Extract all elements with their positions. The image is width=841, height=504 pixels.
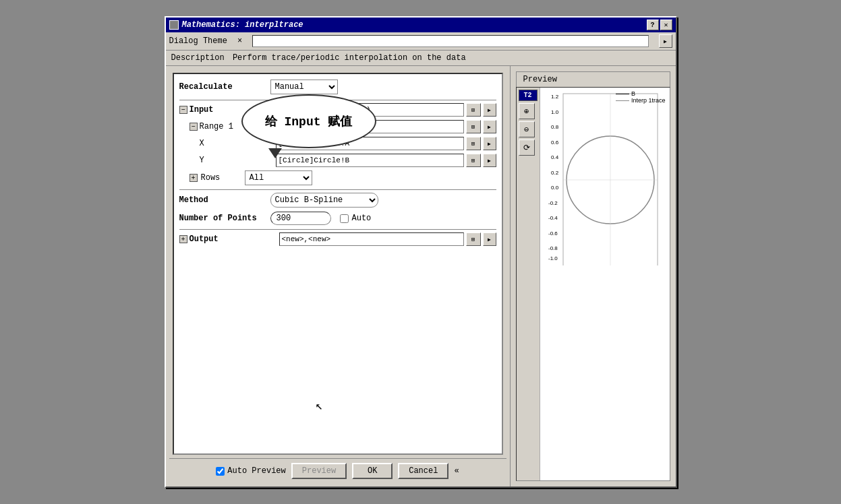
legend-b-label: B: [631, 90, 635, 97]
svg-text:-1.0: -1.0: [548, 255, 558, 261]
auto-preview-row: Auto Preview: [216, 466, 285, 476]
output-field[interactable]: [279, 232, 464, 246]
tooltip-tail: [268, 148, 282, 158]
bottom-bar: Auto Preview Preview OK Cancel «: [169, 458, 506, 483]
y-icon-button[interactable]: ⊞: [466, 154, 481, 167]
svg-text:-0.4: -0.4: [548, 215, 558, 221]
preview-area: T2 ⊕ ⊖ ⟳ B: [516, 87, 670, 481]
zoom-in-button[interactable]: ⊕: [519, 103, 535, 119]
main-window: Mathematics: interpltrace ? ✕ Dialog The…: [165, 16, 677, 488]
description-text: Perform trace/periodic interpolation on …: [233, 53, 466, 63]
window-title: Mathematics: interpltrace: [182, 20, 303, 30]
output-icon-button[interactable]: ⊞: [466, 232, 481, 246]
output-expand-button[interactable]: +: [179, 235, 187, 243]
t2-button[interactable]: T2: [519, 90, 538, 101]
method-label: Method: [179, 195, 267, 205]
menu-bar: Dialog Theme × ▶: [166, 32, 676, 51]
num-points-row: Number of Points Auto: [179, 212, 496, 225]
tab-indicator: ×: [237, 36, 242, 46]
svg-text:0.8: 0.8: [551, 124, 559, 130]
form-area: 给 Input 赋值 Recalculate Manual Auto On Re…: [173, 73, 503, 455]
window-icon: [169, 20, 179, 30]
dialog-theme-label: Dialog Theme: [169, 36, 227, 46]
range1-expand-button[interactable]: −: [190, 123, 198, 131]
recalculate-label: Recalculate: [179, 82, 267, 92]
close-button[interactable]: ✕: [660, 20, 672, 30]
rows-expand-button[interactable]: +: [190, 174, 198, 182]
svg-text:-0.6: -0.6: [548, 230, 558, 237]
svg-text:-0.2: -0.2: [548, 200, 558, 206]
rows-row: + Rows All Selected: [190, 170, 496, 185]
auto-preview-checkbox[interactable]: [216, 467, 225, 476]
chart-legend: B Interp 1trace: [616, 90, 666, 104]
cursor-indicator: ↖: [316, 398, 323, 413]
input-icon-button[interactable]: ⊞: [466, 103, 481, 117]
auto-checkbox[interactable]: [340, 214, 349, 223]
preview-tab[interactable]: Preview: [516, 71, 670, 87]
range1-play-button[interactable]: ▶: [483, 120, 496, 133]
method-select[interactable]: Cubic B-Spline Linear Akima Spline: [270, 193, 378, 208]
svg-text:0.6: 0.6: [551, 139, 559, 146]
range1-icon-button[interactable]: ⊞: [466, 120, 481, 133]
input-expand-button[interactable]: −: [179, 106, 187, 114]
rows-label: Rows: [201, 173, 241, 183]
double-arrow-button[interactable]: «: [454, 466, 459, 476]
rows-select[interactable]: All Selected: [245, 170, 312, 185]
preview-chart: 1.2 1.0 0.8 0.6 0.4 0.2 0.0 -0.2 -0.4 -0…: [543, 90, 664, 265]
num-points-field[interactable]: [270, 212, 331, 225]
x-play-button[interactable]: ▶: [483, 137, 496, 150]
auto-preview-label: Auto Preview: [227, 466, 285, 476]
recalculate-select[interactable]: Manual Auto On Request: [270, 80, 338, 94]
help-button[interactable]: ?: [647, 20, 659, 30]
svg-text:0.0: 0.0: [551, 185, 559, 191]
zoom-out-button[interactable]: ⊖: [519, 121, 535, 137]
svg-text:0.2: 0.2: [551, 170, 559, 176]
svg-text:1.0: 1.0: [551, 109, 559, 115]
svg-text:0.4: 0.4: [551, 154, 559, 160]
legend-interp-label: Interp 1trace: [631, 97, 666, 104]
output-play-button[interactable]: ▶: [483, 232, 496, 246]
refresh-button[interactable]: ⟳: [519, 139, 535, 156]
cancel-button[interactable]: Cancel: [398, 463, 448, 479]
output-label: Output: [190, 234, 277, 244]
tooltip-bubble: 给 Input 赋值: [241, 94, 376, 158]
description-bar: Description Perform trace/periodic inter…: [166, 51, 676, 66]
svg-text:-0.8: -0.8: [548, 245, 558, 251]
y-play-button[interactable]: ▶: [483, 154, 496, 167]
recalculate-row: Recalculate Manual Auto On Request: [179, 80, 496, 94]
right-panel: Preview T2 ⊕ ⊖ ⟳: [511, 66, 676, 486]
input-play-button[interactable]: ▶: [483, 103, 496, 117]
svg-text:1.2: 1.2: [551, 94, 559, 100]
ok-button[interactable]: OK: [352, 463, 393, 479]
description-label: Description: [171, 53, 225, 63]
num-points-label: Number of Points: [179, 214, 267, 223]
method-row: Method Cubic B-Spline Linear Akima Splin…: [179, 193, 496, 208]
preview-button[interactable]: Preview: [291, 463, 347, 479]
tooltip-text: 给 Input 赋值: [241, 94, 376, 148]
title-bar: Mathematics: interpltrace ? ✕: [166, 18, 676, 32]
x-icon-button[interactable]: ⊞: [466, 137, 481, 150]
output-row: + Output ⊞ ▶: [179, 232, 496, 246]
menu-play-button[interactable]: ▶: [659, 34, 672, 48]
auto-label: Auto: [352, 214, 372, 223]
